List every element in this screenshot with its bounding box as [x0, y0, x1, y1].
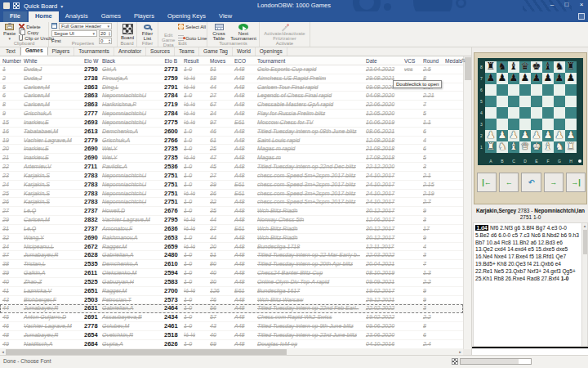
board-square[interactable] — [508, 119, 519, 130]
forward-button[interactable]: → — [544, 173, 564, 192]
table-row[interactable]: 40Zhao,Z2525Gabuzyan,H25831-030A48Online… — [0, 278, 463, 287]
board-square[interactable]: ♟ — [565, 73, 577, 84]
column-header-black[interactable]: Black — [100, 56, 162, 65]
fritztrainer-button[interactable]: Activate/deactivate Fritztrainer — [262, 23, 307, 42]
board-square[interactable]: ♛ — [519, 141, 531, 153]
board-square[interactable]: ♝ — [542, 141, 554, 153]
board-square[interactable] — [542, 96, 554, 107]
table-row[interactable]: 37Jumabayev,R2628Gabrielian,A24801-051A4… — [0, 251, 463, 260]
board-square[interactable] — [485, 107, 497, 119]
unplay-move-button[interactable]: ↶ — [521, 173, 541, 192]
column-header-vcs[interactable]: VCS — [402, 56, 421, 65]
table-row[interactable]: 6Carlsen,M2863Nepomniachtchi,I27841-027A… — [0, 92, 463, 101]
current-move[interactable]: 1.d4 — [475, 225, 488, 231]
view-tab-text[interactable]: Text — [2, 47, 20, 56]
table-row[interactable]: 32Wang,Y2690Rakhmanov,A26531-044A48Wch B… — [0, 234, 463, 243]
next-tournament-button[interactable]: Next Tournament — [230, 23, 256, 42]
board-square[interactable] — [554, 84, 565, 96]
scroll-right-icon[interactable]: ▸ — [457, 349, 463, 355]
column-header-white[interactable]: White — [21, 56, 82, 65]
table-row[interactable]: 15Inarkiev,E2693Nepomniachtchi,I2775½-½9… — [0, 119, 463, 128]
table-row[interactable]: 46Vachier-Lagrave,M2778Golubev,M24611-04… — [0, 322, 463, 331]
board-square[interactable]: ♜ — [565, 141, 577, 153]
board-square[interactable]: ♟ — [519, 130, 531, 141]
board-square[interactable]: ♟ — [542, 130, 554, 141]
board-square[interactable] — [508, 96, 519, 107]
board-square[interactable] — [531, 107, 542, 119]
board-square[interactable] — [554, 96, 565, 107]
maximize-button[interactable]: □ — [563, 1, 571, 9]
board-square[interactable]: ♟ — [485, 73, 497, 84]
table-row[interactable]: 34Nisipeanu,L2672Ragger,M2659½-½20A48Bun… — [0, 243, 463, 252]
board-square[interactable] — [531, 119, 542, 130]
vertical-scrollbar-thumb[interactable] — [465, 57, 471, 80]
close-button[interactable]: × — [577, 1, 586, 9]
vertical-scrollbar[interactable] — [463, 56, 471, 349]
board-square[interactable]: ♟ — [508, 73, 519, 84]
board-square[interactable] — [542, 84, 554, 96]
board-square[interactable]: ♝ — [542, 61, 554, 73]
board-square[interactable]: ♚ — [531, 61, 542, 73]
notation-moves[interactable]: Nf6 2.Nf3 g6 3.Bf4 Bg7 4.e3 0-0 5.Be2 d6… — [475, 225, 579, 281]
board-square[interactable] — [565, 84, 577, 96]
paste-button[interactable]: Paste ▾ — [2, 23, 16, 42]
board-square[interactable]: ♛ — [519, 61, 531, 73]
table-row[interactable]: 16Tabatabaei,M2613Demchenko,A26001-046A4… — [0, 128, 463, 137]
ribbon-tab-analysis[interactable]: Analysis — [59, 11, 95, 22]
board-square[interactable]: ♚ — [531, 141, 542, 153]
board-square[interactable] — [519, 96, 531, 107]
table-row[interactable]: 25Karjakin,S2783Nepomniachtchi,I2751½-½3… — [0, 190, 463, 199]
board-square[interactable]: ♟ — [531, 73, 542, 84]
ribbon-tab-games[interactable]: Games — [95, 11, 127, 22]
board-square[interactable] — [565, 107, 577, 119]
table-row[interactable]: 44Jumabayev,R2631Gabrielian,A24641-056A4… — [0, 304, 463, 313]
scroll-up-icon[interactable]: ▴ — [582, 223, 587, 229]
board-square[interactable]: ♟ — [531, 130, 542, 141]
column-header-round[interactable]: Round — [421, 56, 443, 65]
board-square[interactable]: ♞ — [497, 141, 508, 153]
ribbon-tab-home[interactable]: Home — [29, 11, 59, 22]
table-row[interactable]: 38Tristan,L2535Demchenko,A26101-080A48Ti… — [0, 260, 463, 269]
table-row[interactable]: 31Le,Q2737Amonatov,F2636½-½37E61Wch Blit… — [0, 225, 463, 234]
board-square[interactable] — [531, 84, 542, 96]
table-row[interactable]: 49Naiditsch,A2684Gupta,A26261-069A48Doug… — [0, 340, 463, 349]
table-row[interactable]: 43Blohberger,F2503Petrosian,T25731-076A4… — [0, 296, 463, 305]
board-square[interactable]: ♟ — [497, 73, 508, 84]
table-row[interactable]: 22Artemiev,V2711Pavlidis,A25361-045A48Ti… — [0, 163, 463, 172]
board-square[interactable] — [485, 96, 497, 107]
board-square[interactable] — [554, 119, 565, 130]
header-mode-dropdown[interactable]: Full Game Header▾ — [59, 23, 112, 29]
board-square[interactable] — [485, 84, 497, 96]
table-row[interactable]: 1Duda,J2750Giri,A27731-051A48Oslo Esport… — [0, 65, 463, 74]
board-square[interactable]: ♞ — [554, 141, 565, 153]
notation-scrollbar[interactable]: ▴ — [581, 222, 588, 347]
board-square[interactable]: ♟ — [554, 73, 565, 84]
board-square[interactable]: ♟ — [565, 130, 577, 141]
view-tab-teams[interactable]: Teams — [175, 47, 199, 56]
table-row[interactable]: 9Grischuk,A2777Nepomniachtchi,I2784½-½34… — [0, 110, 463, 119]
board-square[interactable]: ♜ — [485, 61, 497, 73]
board-square[interactable]: ♜ — [485, 141, 497, 153]
column-header-medals[interactable]: Medals — [443, 56, 463, 65]
column-header-tournament[interactable]: Tournament — [255, 56, 363, 65]
board-square[interactable] — [497, 119, 508, 130]
board-square[interactable]: ♞ — [497, 61, 508, 73]
table-row[interactable]: 45Anton Guijarro,D2691Assaubayeva,B24341… — [0, 313, 463, 322]
view-tab-sources[interactable]: Sources — [146, 47, 175, 56]
notation-scrollbar-thumb[interactable] — [583, 230, 587, 254]
board-square[interactable] — [565, 119, 577, 130]
view-tab-players[interactable]: Players — [48, 47, 75, 56]
board-square[interactable]: ♝ — [508, 141, 519, 153]
table-row[interactable]: 27Le,Q2737Howell,D26761-035A48Wch Blitz … — [0, 207, 463, 216]
column-header-elo-b[interactable]: Elo B — [162, 56, 181, 65]
table-row[interactable]: 26Karjakin,S2783Nepomniachtchi,I27511-03… — [0, 198, 463, 207]
board-square[interactable]: ♟ — [554, 130, 565, 141]
font-name-dropdown[interactable]: Segoe UI▾ — [51, 30, 97, 37]
column-header-result[interactable]: Result — [181, 56, 207, 65]
board-square[interactable] — [497, 84, 508, 96]
board-square[interactable] — [519, 84, 531, 96]
board-square[interactable] — [508, 107, 519, 119]
board-square[interactable] — [485, 119, 497, 130]
board-square[interactable]: ♝ — [508, 61, 519, 73]
column-header-number[interactable]: Number — [0, 56, 21, 65]
